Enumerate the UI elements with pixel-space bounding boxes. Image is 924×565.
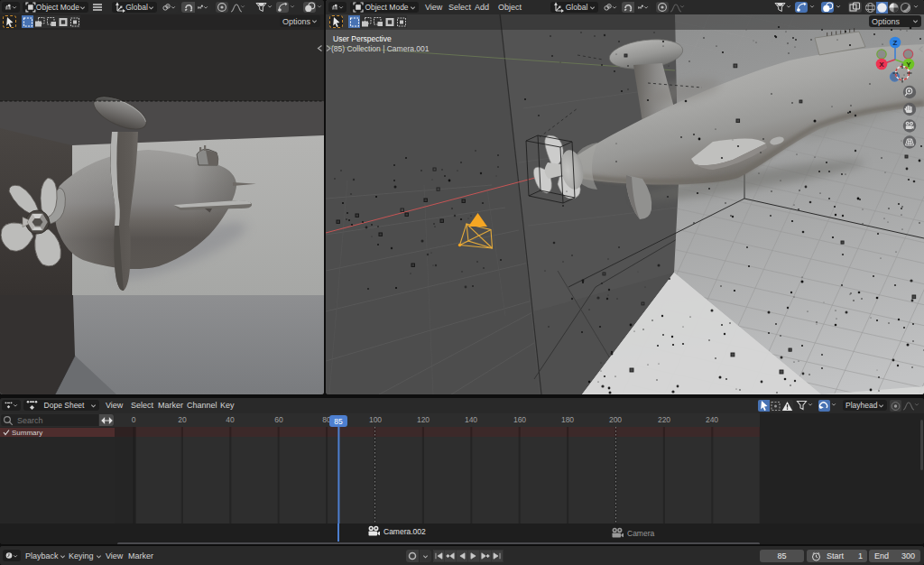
- svg-text:Z: Z: [893, 39, 898, 47]
- svg-text:User Perspective: User Perspective: [333, 34, 392, 43]
- svg-text:(85) Collection | Camera.001: (85) Collection | Camera.001: [331, 44, 430, 53]
- svg-text:X: X: [879, 60, 884, 69]
